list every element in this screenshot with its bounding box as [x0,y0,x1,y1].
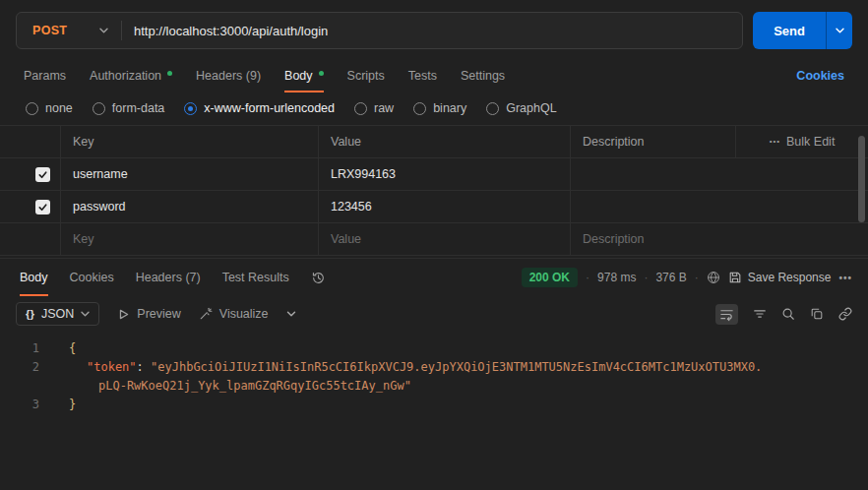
value-cell-placeholder[interactable]: Value [319,223,571,255]
format-dropdown[interactable]: {} JSON [16,302,99,326]
checkbox-cell [0,223,61,255]
radio-none[interactable]: none [26,101,73,115]
url-input[interactable] [122,24,742,38]
line-number: 1 [0,339,55,358]
response-tabs: Body Cookies Headers (7) Test Results 20… [0,259,868,296]
row-checkbox[interactable] [35,200,50,214]
radio-graphql[interactable]: GraphQL [486,101,556,115]
response-view-tools [715,304,852,325]
key-cell-placeholder[interactable]: Key [61,223,319,255]
radio-label: raw [374,101,394,115]
tab-label: Settings [461,69,505,83]
value-cell[interactable]: LRX994163 [319,158,571,190]
send-options-button[interactable] [826,12,852,49]
cookies-link[interactable]: Cookies [796,69,844,83]
key-cell[interactable]: password [61,191,319,222]
response-size: 376 B [655,271,686,284]
tab-headers[interactable]: Headers (9) [196,59,261,92]
line-number-empty [0,377,55,396]
column-header-description: Description [571,126,736,157]
checkbox-column-header [0,126,61,157]
modified-dot-icon [167,71,172,76]
save-icon [728,271,742,284]
code-line: 1 { [0,339,868,358]
tab-scripts[interactable]: Scripts [347,59,385,92]
request-bar: POST Send [0,0,868,57]
search-button[interactable] [781,307,795,321]
radio-label: none [45,101,73,115]
save-response-button[interactable]: Save Response [728,271,832,284]
history-icon[interactable] [311,271,326,285]
tab-label: Body [284,69,313,83]
response-tab-cookies[interactable]: Cookies [70,259,114,296]
wrap-text-button[interactable] [715,304,738,325]
response-time: 978 ms [597,271,636,284]
tab-params[interactable]: Params [24,59,66,92]
code-line-wrapped: pLQ-RwKoeQ21j_Yyk_lpamGZqRGqyIGc55tcIAy_… [0,377,868,396]
tab-authorization[interactable]: Authorization [90,59,172,92]
column-header-key: Key [61,126,319,157]
format-options-chevron[interactable] [286,311,296,317]
save-response-label: Save Response [748,271,832,284]
send-button[interactable]: Send [753,12,826,49]
check-icon [37,202,48,213]
radio-form-data[interactable]: form-data [93,101,165,115]
row-checkbox[interactable] [35,167,50,182]
status-badge[interactable]: 200 OK [522,268,578,287]
visualize-button[interactable]: Visualize [199,307,269,321]
chevron-down-icon [836,28,844,33]
modified-dot-icon [319,71,324,76]
response-tab-test-results[interactable]: Test Results [222,259,289,296]
play-icon [117,308,130,321]
checkbox-cell [0,191,61,222]
line-number: 2 [0,358,55,377]
radio-label: GraphQL [506,101,556,115]
radio-icon [26,102,38,115]
tab-tests[interactable]: Tests [408,59,437,92]
request-tabs: Params Authorization Headers (9) Body Sc… [0,57,868,92]
globe-icon[interactable] [707,271,720,284]
dot-separator: · [586,271,589,284]
table-row-placeholder: Key Value Description [0,223,868,256]
scrollbar[interactable] [858,136,865,222]
braces-icon: {} [26,308,34,320]
key-cell[interactable]: username [61,158,319,190]
filter-button[interactable] [753,307,767,321]
value-cell[interactable]: 123456 [319,191,571,222]
description-cell[interactable] [571,191,868,222]
copy-button[interactable] [810,307,824,321]
description-cell-placeholder[interactable]: Description [571,223,868,255]
method-selector[interactable]: POST [17,13,121,48]
link-button[interactable] [838,307,852,321]
tab-body[interactable]: Body [284,59,324,92]
response-tab-headers[interactable]: Headers (7) [136,259,201,296]
copy-icon [810,307,824,321]
json-string-value-continued: pLQ-RwKoeQ21j_Yyk_lpamGZqRGqyIGc55tcIAy_… [55,377,411,396]
link-icon [838,307,852,321]
bulk-edit-button[interactable]: ••• Bulk Edit [736,126,868,157]
response-tab-body[interactable]: Body [20,259,48,296]
preview-button[interactable]: Preview [117,307,180,321]
check-icon [37,169,48,180]
wrap-text-icon [719,307,734,322]
tab-settings[interactable]: Settings [461,59,505,92]
tab-label: Tests [408,69,437,83]
tab-label: Params [24,69,66,83]
json-close-brace: } [55,396,76,414]
urlencoded-table: Key Value Description ••• Bulk Edit user… [0,125,868,256]
radio-binary[interactable]: binary [413,101,466,115]
tab-label: Test Results [222,271,289,284]
radio-x-www-form-urlencoded[interactable]: x-www-form-urlencoded [184,101,335,115]
json-colon: : [137,360,151,374]
radio-label: binary [433,101,466,115]
more-options-button[interactable]: ••• [838,273,852,283]
chevron-down-icon [81,311,90,317]
dot-separator: · [695,271,699,284]
radio-raw[interactable]: raw [354,101,394,115]
bulk-edit-label: Bulk Edit [786,135,835,149]
response-body-viewer[interactable]: 1 { 2 "token": "eyJhbGciOiJIUzI1NiIsInR5… [0,330,868,414]
table-header-row: Key Value Description ••• Bulk Edit [0,126,868,158]
tab-label: Cookies [70,271,114,284]
send-group: Send [753,12,852,49]
description-cell[interactable] [571,158,868,190]
